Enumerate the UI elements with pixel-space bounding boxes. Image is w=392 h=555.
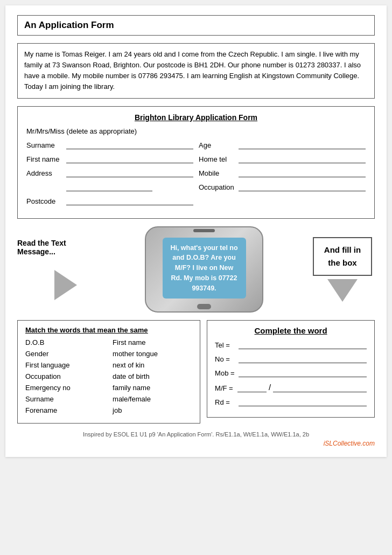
form-col-right: Age Home tel Mobile Occupation <box>199 141 366 211</box>
match-title-prefix: Match the words that mean the <box>25 326 130 334</box>
phone-screen-text: Hi, what's your tel no and D.O.B? Are yo… <box>163 238 246 299</box>
form-line-address <box>66 169 193 177</box>
match-row-5: Emergency no family name <box>25 384 192 392</box>
match-row-1: D.O.B First name <box>25 338 192 346</box>
complete-row-rd: Rd = <box>215 398 367 406</box>
match-right-5: family name <box>105 384 192 392</box>
form-row-firstname: First name <box>26 155 193 163</box>
complete-line-rd <box>239 398 367 406</box>
match-right-4: date of birth <box>105 372 192 380</box>
bottom-section: Match the words that mean the same D.O.B… <box>17 320 375 424</box>
match-left-7: Forename <box>25 406 105 414</box>
form-line-age <box>239 141 366 149</box>
passage-box: My name is Tomas Reiger. I am 24 years o… <box>17 43 375 99</box>
complete-row-mob: Mob = <box>215 369 367 377</box>
complete-box: Complete the word Tel = No = Mob = M/F =… <box>207 320 375 418</box>
form-row-surname: Surname <box>26 141 193 149</box>
complete-line-mf1 <box>237 384 267 392</box>
form-line-firstname <box>66 155 193 163</box>
form-line-occupation <box>239 183 366 191</box>
application-form-section: Brighton Library Application Form Mr/Mrs… <box>17 106 375 219</box>
form-col-left: Surname First name Address Postcode <box>26 141 193 211</box>
complete-line-no <box>239 355 367 363</box>
match-left-2: Gender <box>25 350 105 358</box>
match-right-7: job <box>105 406 192 414</box>
phone-button <box>197 304 211 309</box>
complete-line-mob <box>239 369 367 377</box>
form-row-postcode: Postcode <box>26 197 193 205</box>
form-row-address2 <box>26 183 193 191</box>
arrow-down-icon <box>327 279 358 302</box>
match-right-1: First name <box>105 338 192 346</box>
form-label-surname: Surname <box>26 141 63 149</box>
match-row-3: First language next of kin <box>25 361 192 369</box>
complete-row-mf: M/F = / <box>215 383 367 392</box>
form-row-mobile: Mobile <box>199 169 366 177</box>
read-text-area: Read the Text Message... <box>17 239 98 300</box>
form-row-address: Address <box>26 169 193 177</box>
passage-text: My name is Tomas Reiger. I am 24 years o… <box>24 49 368 93</box>
form-line-address2 <box>66 183 152 191</box>
form-grid: Surname First name Address Postcode <box>26 141 366 211</box>
page: An Application Form My name is Tomas Rei… <box>5 5 387 457</box>
match-right-2: mother tongue <box>105 350 192 358</box>
match-title: Match the words that mean the same <box>25 326 192 334</box>
complete-row-tel: Tel = <box>215 341 367 349</box>
form-label-postcode: Postcode <box>26 197 63 205</box>
footer-citation: Inspired by ESOL E1 U1 p9 'An Applicatio… <box>17 431 375 438</box>
match-right-3: next of kin <box>105 361 192 369</box>
match-box: Match the words that mean the same D.O.B… <box>17 320 200 424</box>
form-line-mobile <box>239 169 366 177</box>
phone-image: Hi, what's your tel no and D.O.B? Are yo… <box>145 226 263 313</box>
form-label-address: Address <box>26 169 63 177</box>
match-left-1: D.O.B <box>25 338 105 346</box>
form-row-occupation: Occupation <box>199 183 366 191</box>
complete-label-no: No = <box>215 355 235 363</box>
form-line-surname <box>66 141 193 149</box>
complete-label-mf: M/F = <box>215 384 235 392</box>
form-label-age: Age <box>199 141 235 149</box>
citation-text: Inspired by ESOL E1 U1 p9 'An Applicatio… <box>83 431 309 438</box>
complete-line-tel <box>239 341 367 349</box>
form-title: Brighton Library Application Form <box>26 113 366 122</box>
match-left-4: Occupation <box>25 372 105 380</box>
middle-section: Read the Text Message... Hi, what's your… <box>17 226 375 313</box>
title-box: An Application Form <box>17 15 375 36</box>
form-row-age: Age <box>199 141 366 149</box>
complete-title: Complete the word <box>215 326 367 335</box>
match-left-5: Emergency no <box>25 384 105 392</box>
match-left-3: First language <box>25 361 105 369</box>
match-rows: D.O.B First name Gender mother tongue Fi… <box>25 338 192 414</box>
slash-icon: / <box>269 383 271 392</box>
form-salutation: Mr/Mrs/Miss (delete as appropriate) <box>26 127 366 135</box>
fill-box-area: And fill in the box <box>310 237 375 302</box>
form-label-hometel: Home tel <box>199 155 235 163</box>
page-title: An Application Form <box>24 20 368 31</box>
match-row-6: Surname male/female <box>25 395 192 403</box>
match-row-2: Gender mother tongue <box>25 350 192 358</box>
fill-in-box: And fill in the box <box>313 237 372 276</box>
complete-label-mob: Mob = <box>215 369 235 377</box>
match-right-6: male/female <box>105 395 192 403</box>
footer-brand: iSLCollective.com <box>17 440 375 447</box>
match-row-4: Occupation date of birth <box>25 372 192 380</box>
arrow-right-icon <box>54 270 77 300</box>
read-label: Read the Text Message... <box>17 239 98 256</box>
form-row-hometel: Home tel <box>199 155 366 163</box>
complete-label-rd: Rd = <box>215 398 235 406</box>
form-label-occupation: Occupation <box>199 183 235 191</box>
match-left-6: Surname <box>25 395 105 403</box>
form-label-firstname: First name <box>26 155 63 163</box>
form-line-hometel <box>239 155 366 163</box>
complete-label-tel: Tel = <box>215 341 235 349</box>
form-label-mobile: Mobile <box>199 169 235 177</box>
form-line-postcode <box>66 197 193 205</box>
match-row-7: Forename job <box>25 406 192 414</box>
phone-speaker <box>193 229 215 232</box>
match-title-bold: same <box>130 326 148 334</box>
complete-row-no: No = <box>215 355 367 363</box>
complete-line-mf2 <box>273 384 367 392</box>
